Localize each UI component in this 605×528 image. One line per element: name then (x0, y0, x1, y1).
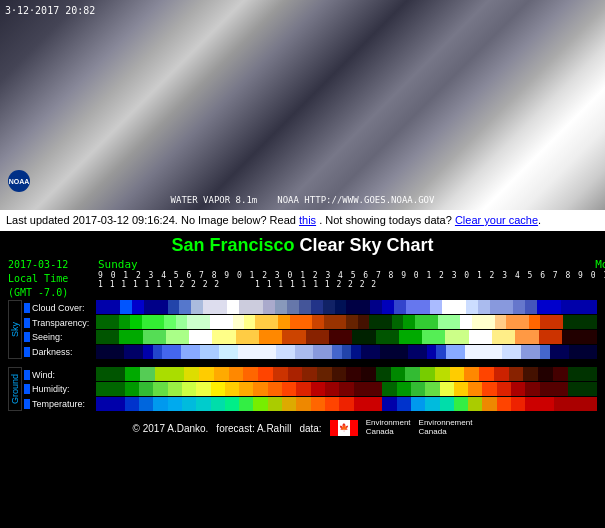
sky-label-col: Sky Cloud Cover: Transparency: Seeing: D… (8, 300, 96, 359)
temperature-label: Temperature: (24, 397, 85, 411)
info-bar: Last updated 2017-03-12 09:16:24. No Ima… (0, 210, 605, 231)
humidity-row (96, 382, 597, 396)
clear-cache-link[interactable]: Clear your cache (455, 214, 538, 226)
ground-row-labels: Wind: Humidity: Temperature: (22, 367, 85, 411)
not-showing-text: . Not showing todays data? (319, 214, 452, 226)
sky-section: Sky Cloud Cover: Transparency: Seeing: D… (8, 300, 597, 359)
wind-row (96, 367, 597, 381)
satellite-url: NOAA HTTP://WWW.GOES.NOAA.GOV (277, 195, 434, 205)
sky-row-labels: Cloud Cover: Transparency: Seeing: Darkn… (22, 300, 89, 359)
transparency-row (96, 315, 597, 329)
seeing-row (96, 330, 597, 344)
sky-section-label: Sky (8, 300, 22, 359)
humidity-label: Humidity: (24, 382, 85, 396)
wind-label: Wind: (24, 368, 85, 382)
info-text: Last updated 2017-03-12 09:16:24. (6, 214, 178, 226)
canada-flag: 🍁 (330, 420, 358, 436)
data-label: data: (299, 423, 321, 434)
satellite-labels: WATER VAPOR 8.1m NOAA HTTP://WWW.GOES.NO… (171, 195, 435, 205)
sunday-label: Sunday (98, 258, 138, 271)
sky-data-col (96, 300, 597, 359)
seeing-label: Seeing: (24, 330, 89, 344)
environnement-canada-logo: Environnement Canada (419, 419, 473, 437)
section-separator (8, 363, 597, 365)
days-hours: Sunday Monday 9 0 1 2 3 4 5 6 7 8 9 0 1 … (98, 258, 605, 289)
chart-section: San Francisco Clear Sky Chart 2017-03-12… (0, 231, 605, 445)
chart-wrapper: 2017-03-12 Local Time (GMT -7.0) Sunday … (8, 258, 597, 437)
chart-date: 2017-03-12 Local Time (GMT -7.0) (8, 258, 98, 300)
darkness-row (96, 345, 597, 359)
ground-label-col: Ground Wind: Humidity: Temperature: (8, 367, 96, 411)
satellite-image: 3·12·2017 20:82 NOAA WATER VAPOR 8.1m NO… (0, 0, 605, 210)
satellite-label: WATER VAPOR 8.1m (171, 195, 258, 205)
noaa-logo: NOAA (8, 170, 30, 192)
clear-sky-chart-label: Clear Sky Chart (300, 235, 434, 255)
environment-canada-logo: Environment Canada (366, 419, 411, 437)
hours-row2: 1 1 1 1 1 1 1 2 2 2 2 1 1 1 1 1 1 1 2 2 … (98, 281, 605, 290)
copyright: © 2017 A.Danko. (133, 423, 209, 434)
cloud-cover-row (96, 300, 597, 314)
footer: © 2017 A.Danko. forecast: A.Rahill data:… (8, 419, 597, 437)
no-image-text: No Image below? Read (181, 214, 296, 226)
this-link[interactable]: this (299, 214, 316, 226)
transparency-label: Transparency: (24, 316, 89, 330)
ground-section: Ground Wind: Humidity: Temperature: (8, 367, 597, 411)
cloud-cover-label: Cloud Cover: (24, 301, 89, 315)
darkness-label: Darkness: (24, 345, 89, 359)
ground-section-label: Ground (8, 367, 22, 411)
chart-title: San Francisco Clear Sky Chart (8, 235, 597, 256)
temperature-row (96, 397, 597, 411)
days-row: Sunday Monday (98, 258, 605, 271)
satellite-timestamp: 3·12·2017 20:82 (5, 5, 95, 16)
ground-data-col (96, 367, 597, 411)
forecast-credit: forecast: A.Rahill (216, 423, 291, 434)
header-row: 2017-03-12 Local Time (GMT -7.0) Sunday … (8, 258, 597, 300)
monday-label: Monday (595, 258, 605, 271)
city-name: San Francisco (171, 235, 299, 255)
